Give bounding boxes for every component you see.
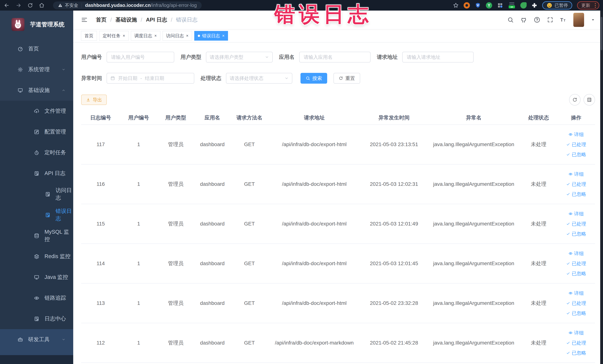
processed-link[interactable]: 已处理 bbox=[566, 179, 586, 189]
close-icon[interactable]: × bbox=[222, 34, 225, 38]
sidebar-item-redis-monitor[interactable]: Redis 监控 bbox=[0, 246, 73, 267]
browser-home-icon[interactable] bbox=[39, 3, 45, 8]
user-type-placeholder: 请选择用户类型 bbox=[210, 54, 244, 60]
app-name-input[interactable] bbox=[299, 52, 371, 62]
github-icon[interactable] bbox=[520, 16, 527, 23]
sidebar-item-dev-tools[interactable]: 研发工具 bbox=[0, 329, 73, 350]
cell-log-id: 116 bbox=[81, 181, 120, 187]
column-settings-button[interactable] bbox=[583, 94, 595, 106]
view-icon-icon bbox=[568, 132, 573, 137]
sidebar-item-trace[interactable]: 链路追踪 bbox=[0, 288, 73, 308]
exception-time-range-picker[interactable]: 开始日期 - 结束日期 bbox=[107, 73, 194, 84]
check-icon bbox=[566, 182, 570, 186]
browser-update-badge[interactable]: 更新 bbox=[577, 1, 599, 10]
hamburger-menu-icon[interactable] bbox=[81, 16, 88, 23]
detail-link[interactable]: 详细 bbox=[568, 209, 584, 219]
extension-green-icon[interactable] bbox=[486, 2, 492, 9]
breadcrumb-item[interactable]: 首页 bbox=[96, 16, 107, 23]
browser-menu-kebab-icon[interactable] bbox=[595, 3, 596, 8]
user-avatar[interactable] bbox=[573, 13, 584, 27]
tab-error-log[interactable]: 错误日志× bbox=[194, 31, 228, 41]
security-label[interactable]: 不安全 bbox=[65, 2, 78, 8]
cell-exception-time: 2021-05-03 23:13:51 bbox=[360, 141, 428, 147]
close-icon[interactable]: × bbox=[186, 34, 188, 38]
doc-pen-icon bbox=[34, 316, 39, 322]
detail-link[interactable]: 详细 bbox=[568, 288, 584, 298]
security-warning-icon[interactable] bbox=[58, 3, 63, 8]
browser-back-icon[interactable] bbox=[4, 2, 10, 8]
processed-link[interactable]: 已处理 bbox=[566, 140, 586, 149]
process-status-select[interactable]: 请选择处理状态 bbox=[226, 73, 292, 84]
tab-access-log[interactable]: 访问日志× bbox=[162, 31, 192, 41]
sidebar-item-config-mgmt[interactable]: 配置管理 bbox=[0, 121, 73, 142]
tab-home[interactable]: 首页 bbox=[81, 31, 97, 41]
sidebar-item-home[interactable]: 首页 bbox=[0, 38, 73, 59]
detail-link[interactable]: 详细 bbox=[568, 169, 584, 179]
detail-link[interactable]: 详细 bbox=[568, 328, 584, 338]
monitor-icon bbox=[18, 88, 23, 93]
ignored-link[interactable]: 已忽略 bbox=[566, 308, 586, 318]
column-header-5: 请求地址 bbox=[268, 114, 360, 121]
sidebar-item-java-monitor[interactable]: Java 监控 bbox=[0, 267, 73, 288]
ignored-link[interactable]: 已忽略 bbox=[566, 229, 586, 239]
ignored-link[interactable]: 已忽略 bbox=[566, 150, 586, 159]
processed-link[interactable]: 已处理 bbox=[566, 219, 586, 229]
close-icon[interactable]: × bbox=[154, 34, 157, 38]
ignored-link[interactable]: 已忽略 bbox=[566, 348, 586, 358]
cell-operations: 详细已处理已忽略 bbox=[557, 130, 595, 159]
sidebar-item-api-log[interactable]: API 日志 bbox=[0, 163, 73, 184]
help-icon[interactable] bbox=[534, 16, 540, 23]
avatar-caret-down-icon[interactable] bbox=[591, 18, 595, 22]
extension-switch-icon[interactable] bbox=[508, 2, 515, 9]
processed-link[interactable]: 已处理 bbox=[566, 259, 586, 268]
bookmark-star-icon[interactable] bbox=[453, 2, 459, 8]
detail-link[interactable]: 详细 bbox=[568, 130, 584, 139]
browser-reload-icon[interactable] bbox=[27, 3, 33, 8]
ignored-link[interactable]: 已忽略 bbox=[566, 189, 586, 199]
extension-shield-icon[interactable] bbox=[475, 2, 481, 9]
sidebar-item-label: 访问日志 bbox=[56, 187, 73, 201]
sidebar-item-access-log[interactable]: 访问日志 bbox=[0, 184, 73, 205]
sidebar-item-infrastructure[interactable]: 基础设施 bbox=[0, 80, 73, 101]
scrollbar-thumb[interactable] bbox=[601, 17, 603, 50]
page-scrollbar[interactable] bbox=[600, 11, 603, 364]
extension-leaf-icon[interactable] bbox=[520, 2, 527, 9]
breadcrumb-item[interactable]: API 日志 bbox=[146, 16, 167, 23]
app-logo-row[interactable]: 芋道管理系统 bbox=[0, 11, 73, 38]
detail-link[interactable]: 详细 bbox=[568, 249, 584, 258]
sidebar-item-log-center[interactable]: 日志中心 bbox=[0, 308, 73, 329]
close-icon[interactable]: × bbox=[123, 34, 125, 38]
sidebar-item-cron-job[interactable]: 定时任务 bbox=[0, 142, 73, 163]
ignored-link[interactable]: 已忽略 bbox=[566, 269, 586, 278]
url-host[interactable]: dashboard.yudao.iocoder.cn bbox=[85, 2, 151, 8]
fullscreen-icon[interactable] bbox=[547, 17, 553, 23]
tab-job-log[interactable]: 调度日志× bbox=[131, 31, 160, 41]
cell-user-id: 1 bbox=[120, 181, 157, 187]
header-search-icon[interactable] bbox=[507, 17, 514, 23]
refresh-table-button[interactable] bbox=[569, 94, 580, 106]
user-id-input[interactable] bbox=[107, 52, 174, 62]
extension-grid-icon[interactable] bbox=[497, 2, 503, 9]
extension-orange-icon[interactable] bbox=[464, 2, 470, 9]
sidebar-item-label: 研发工具 bbox=[28, 336, 50, 343]
user-type-select[interactable]: 请选择用户类型 bbox=[206, 52, 273, 62]
sidebar-item-file-mgmt[interactable]: 文件管理 bbox=[0, 101, 73, 121]
sidebar-item-system-mgmt[interactable]: 系统管理 bbox=[0, 59, 73, 80]
processed-link[interactable]: 已处理 bbox=[566, 298, 586, 308]
extensions-puzzle-icon[interactable] bbox=[532, 2, 537, 8]
address-bar[interactable]: 不安全 dashboard.yudao.iocoder.cn/infra/log… bbox=[53, 1, 202, 9]
sidebar-item-mysql-monitor[interactable]: MySQL 监控 bbox=[0, 225, 73, 246]
user-id-label: 用户编号 bbox=[81, 54, 102, 61]
search-button[interactable]: 搜索 bbox=[301, 73, 327, 84]
processed-link[interactable]: 已处理 bbox=[566, 338, 586, 348]
reset-button[interactable]: 重置 bbox=[334, 73, 360, 84]
sidebar-item-error-log[interactable]: 错误日志 bbox=[0, 205, 73, 225]
font-size-icon[interactable]: TT bbox=[560, 16, 567, 23]
request-url-input[interactable] bbox=[402, 52, 474, 62]
export-button[interactable]: 导出 bbox=[81, 94, 107, 105]
breadcrumb-item[interactable]: 基础设施 bbox=[116, 16, 137, 23]
url-path[interactable]: /infra/log/api-error-log bbox=[151, 2, 197, 8]
browser-forward-icon[interactable] bbox=[16, 2, 22, 8]
profile-paused-badge[interactable]: 已暂停 bbox=[542, 1, 572, 10]
tab-cron-job[interactable]: 定时任务× bbox=[99, 31, 129, 41]
